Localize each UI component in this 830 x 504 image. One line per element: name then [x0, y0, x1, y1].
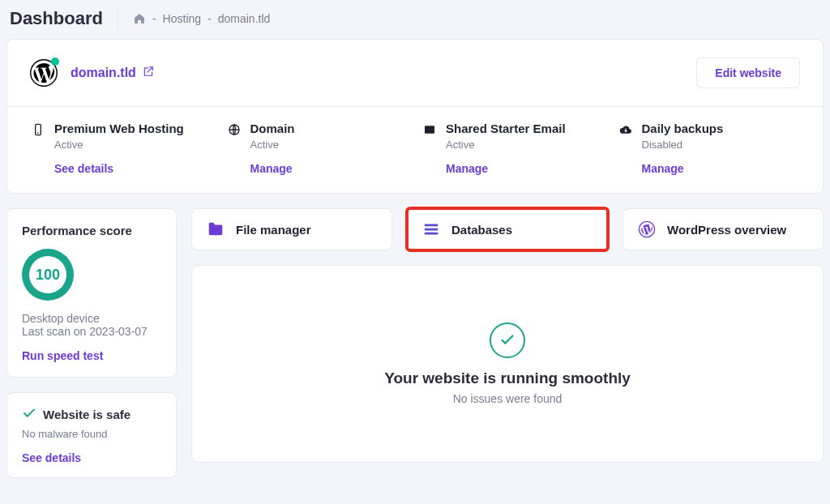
service-email: Shared Starter Email Active Manage [415, 118, 611, 178]
service-action-link[interactable]: See details [32, 162, 212, 175]
performance-lastscan: Last scan on 2023-03-07 [22, 325, 161, 338]
service-action-link[interactable]: Manage [423, 162, 603, 175]
nav-label: Databases [451, 223, 512, 237]
service-action-link[interactable]: Manage [228, 162, 408, 175]
safety-details-link[interactable]: See details [22, 451, 161, 464]
performance-card: Performance score 100 Desktop device Las… [6, 208, 177, 378]
svg-rect-6 [425, 233, 439, 235]
breadcrumb: - Hosting - domain.tld [133, 12, 270, 25]
domain-card: domain.tld Edit website Premium Web Host… [6, 39, 824, 194]
folder-icon [207, 220, 225, 238]
performance-score-value: 100 [29, 256, 66, 293]
mail-icon [423, 123, 438, 139]
edit-website-button[interactable]: Edit website [696, 58, 800, 88]
check-icon [22, 406, 36, 423]
service-backups: Daily backups Disabled Manage [611, 118, 807, 178]
service-hosting: Premium Web Hosting Active See details [24, 118, 220, 178]
service-action-link[interactable]: Manage [619, 162, 799, 175]
status-check-icon [490, 322, 525, 358]
wordpress-logo-icon [30, 59, 58, 87]
status-card: Your website is running smoothly No issu… [191, 265, 824, 463]
performance-title: Performance score [22, 224, 161, 237]
performance-score-ring: 100 [22, 249, 74, 301]
service-status: Disabled [642, 139, 724, 151]
nav-wordpress-overview[interactable]: WordPress overview [622, 208, 824, 250]
breadcrumb-domain[interactable]: domain.tld [218, 12, 271, 25]
status-subtitle: No issues were found [208, 392, 806, 405]
nav-label: WordPress overview [667, 223, 786, 237]
safety-subtitle: No malware found [22, 428, 161, 440]
service-title: Domain [250, 122, 295, 135]
service-title: Daily backups [642, 122, 724, 135]
service-status: Active [446, 139, 566, 151]
header-row: Dashboard - Hosting - domain.tld [10, 8, 820, 29]
nav-databases[interactable]: Databases [407, 208, 608, 250]
cloud-icon [619, 123, 634, 139]
wordpress-icon [638, 220, 656, 238]
domain-link[interactable]: domain.tld [71, 66, 154, 80]
safety-card: Website is safe No malware found See det… [6, 392, 177, 478]
globe-icon [228, 123, 242, 139]
breadcrumb-hosting[interactable]: Hosting [163, 12, 201, 25]
service-title: Premium Web Hosting [54, 122, 184, 135]
home-icon[interactable] [133, 12, 146, 25]
service-status: Active [250, 139, 295, 151]
nav-label: File manager [236, 223, 311, 237]
service-status: Active [54, 139, 184, 151]
performance-device: Desktop device [22, 312, 161, 325]
domain-name-text: domain.tld [71, 66, 136, 80]
run-speed-test-link[interactable]: Run speed test [22, 349, 161, 362]
service-title: Shared Starter Email [446, 122, 566, 135]
services-row: Premium Web Hosting Active See details D… [7, 107, 823, 193]
svg-rect-5 [425, 229, 439, 231]
external-link-icon [143, 66, 154, 80]
safety-title: Website is safe [43, 408, 130, 421]
service-domain: Domain Active Manage [220, 118, 416, 178]
domain-card-top: domain.tld Edit website [7, 40, 823, 106]
page-title: Dashboard [10, 8, 103, 29]
svg-rect-4 [425, 224, 439, 227]
nav-file-manager[interactable]: File manager [191, 208, 392, 250]
device-icon [32, 123, 46, 139]
status-title: Your website is running smoothly [208, 369, 806, 387]
vertical-divider [118, 8, 118, 29]
database-icon [422, 220, 440, 238]
svg-point-2 [37, 132, 39, 134]
